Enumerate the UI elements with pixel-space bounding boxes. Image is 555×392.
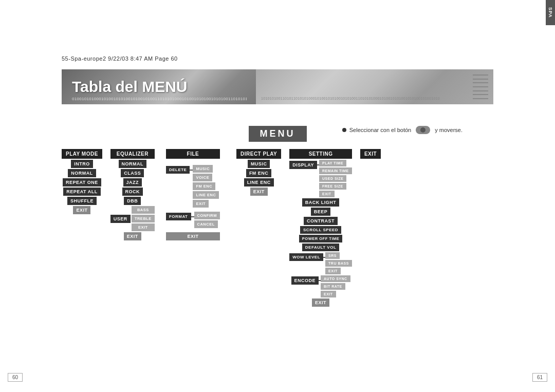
joystick-icon <box>416 126 430 134</box>
setting-header: SETTING <box>289 149 352 159</box>
eq-rock: ROCK <box>122 188 143 196</box>
play-mode-shuffle: SHUFFLE <box>67 197 97 205</box>
format-cancel: CANCEL <box>194 220 218 228</box>
play-mode-intro: INTRO <box>71 160 93 168</box>
page-meta: 55-Spa-europe2 9/22/03 8:47 AM Page 60 <box>62 55 178 62</box>
play-mode-section: PLAY MODE INTRO NORMAL REPEAT ONE REPEAT… <box>62 149 102 214</box>
exit-section: EXIT <box>360 149 381 159</box>
spa-badge: SPA <box>546 0 555 25</box>
play-mode-exit: EXIT <box>73 206 90 214</box>
setting-display: DISPLAY <box>289 161 317 169</box>
exit-header: EXIT <box>360 149 381 159</box>
setting-encode: ENCODE <box>291 276 319 285</box>
eq-exit: EXIT <box>124 232 141 240</box>
delete-fm-enc: FM ENC <box>193 182 215 190</box>
file-header: FILE <box>166 149 220 159</box>
eq-user-bass: BASS <box>132 206 155 214</box>
play-mode-header: PLAY MODE <box>62 149 102 159</box>
play-mode-repeat-all: REPEAT ALL <box>63 188 101 196</box>
setting-contrast: CONTRAST <box>304 217 338 225</box>
header-banner: Tabla del MENÚ 0100101010001010010101001… <box>62 69 493 104</box>
format-confirm: CONFIRM <box>194 212 220 219</box>
file-section: FILE DELETE MUSIC VOICE FM ENC LINE ENC … <box>166 149 220 240</box>
dp-music: MUSIC <box>248 160 270 168</box>
play-mode-normal: NORMAL <box>68 169 96 177</box>
display-sub-items: PLAY TIME REMAIN TIME USED SIZE FREE SIZ… <box>319 160 352 197</box>
delete-voice: VOICE <box>193 174 212 181</box>
setting-section: SETTING DISPLAY PLAY TIME REMAIN TIME US… <box>289 149 352 307</box>
play-mode-repeat-one: REPEAT ONE <box>63 178 101 186</box>
eq-normal: NORMAL <box>119 160 147 168</box>
encode-auto-sync: AUTO SYNC <box>321 275 350 282</box>
page-number-left: 60 <box>8 373 23 382</box>
header-left: Tabla del MENÚ 0100101010001010010101001… <box>62 69 256 104</box>
eq-dbb: DBB <box>124 197 141 205</box>
page-number-right: 61 <box>532 373 547 382</box>
eq-user-treble: TREBLE <box>132 215 155 222</box>
equalizer-header: EQUALIZER <box>110 149 155 159</box>
bullet-icon <box>342 128 346 132</box>
setting-exit: EXIT <box>312 298 329 307</box>
encode-sub-items: AUTO SYNC BIT RATE EXIT <box>321 275 350 297</box>
menu-tree: PLAY MODE INTRO NORMAL REPEAT ONE REPEAT… <box>62 149 493 307</box>
setting-items: DISPLAY PLAY TIME REMAIN TIME USED SIZE … <box>289 160 352 307</box>
setting-beep: BEEP <box>311 208 331 216</box>
dp-line-enc: LINE ENC <box>244 178 274 186</box>
eq-user-exit: EXIT <box>132 223 155 231</box>
setting-power-off-time: POWER OFF TIME <box>299 235 342 242</box>
setting-default-vol: DEFAULT VOL <box>302 244 339 251</box>
header-subtitle: 0100101010001010010101001010010100110101… <box>72 97 247 101</box>
setting-wow-level: WOW LEVEL <box>289 253 323 261</box>
display-used-size: USED SIZE <box>319 175 346 182</box>
wow-tru-bass: TRU BASS <box>325 260 352 267</box>
file-delete-items: MUSIC VOICE FM ENC LINE ENC EXIT <box>193 165 219 208</box>
file-format-items: CONFIRM CANCEL <box>194 212 220 228</box>
display-exit: EXIT <box>319 191 335 197</box>
dp-fm-enc: FM ENC <box>246 169 272 177</box>
menu-section: MENU Seleccionar con el botón y moverse. <box>62 126 493 142</box>
equalizer-section: EQUALIZER NORMAL CLASS JAZZ ROCK DBB USE… <box>110 149 155 240</box>
delete-exit: EXIT <box>193 200 209 208</box>
header-right: 1010101001101011010101000101001010100101… <box>256 69 493 104</box>
setting-back-light: BACK LIGHT <box>302 198 340 207</box>
menu-instruction: Seleccionar con el botón y moverse. <box>342 126 462 134</box>
encode-bit-rate: BIT RATE <box>321 283 345 290</box>
file-exit: EXIT <box>166 232 220 240</box>
page-numbers: 60 61 <box>0 373 555 382</box>
wow-srs: SRS <box>325 252 340 259</box>
header-right-detail: 1010101001101011010101000101001010100101… <box>261 97 440 100</box>
play-mode-items: INTRO NORMAL REPEAT ONE REPEAT ALL SHUFF… <box>62 160 102 214</box>
display-free-size: FREE SIZE <box>319 183 346 190</box>
delete-line-enc: LINE ENC <box>193 191 219 199</box>
setting-scroll-speed: SCROLL SPEED <box>300 226 341 234</box>
display-play-time: PLAY TIME <box>319 160 346 166</box>
delete-music: MUSIC <box>193 165 213 173</box>
menu-title: MENU <box>249 126 307 142</box>
equalizer-items: NORMAL CLASS JAZZ ROCK DBB USER BASS TRE… <box>110 160 155 240</box>
file-delete: DELETE <box>166 166 190 174</box>
direct-play-section: DIRECT PLAY MUSIC FM ENC LINE ENC EXIT <box>236 149 281 196</box>
wow-sub-items: SRS TRU BASS EXIT <box>325 252 352 274</box>
direct-play-items: MUSIC FM ENC LINE ENC EXIT <box>236 160 281 196</box>
dp-exit: EXIT <box>250 188 268 196</box>
display-remain-time: REMAIN TIME <box>319 167 352 174</box>
wow-exit: EXIT <box>325 268 341 274</box>
header-title: Tabla del MENÚ <box>72 78 187 96</box>
encode-exit: EXIT <box>321 291 336 297</box>
header-decorative-lines <box>473 74 488 99</box>
file-format: FORMAT <box>166 213 191 220</box>
eq-jazz: JAZZ <box>123 178 142 186</box>
eq-class: CLASS <box>121 169 144 177</box>
eq-user: USER <box>110 215 131 223</box>
direct-play-header: DIRECT PLAY <box>236 149 281 159</box>
main-content: MENU Seleccionar con el botón y moverse.… <box>62 126 493 307</box>
